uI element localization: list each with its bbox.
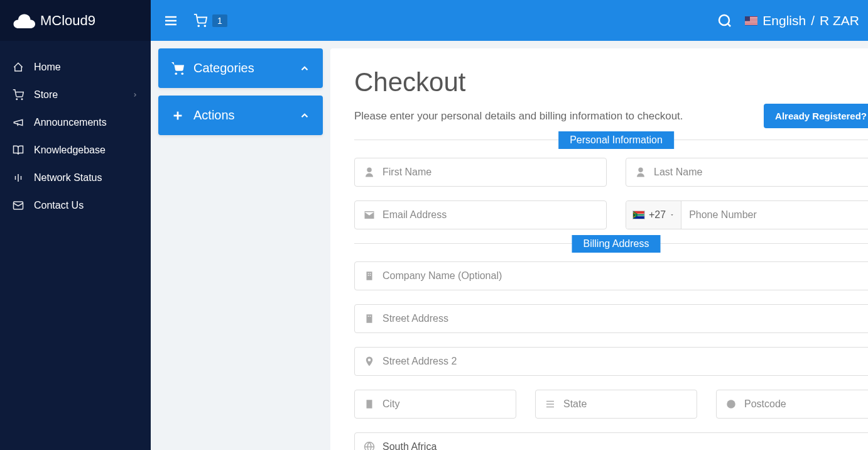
street1-field[interactable] — [354, 304, 868, 333]
pin-icon — [364, 356, 375, 367]
sidebar-item-label: Home — [34, 62, 61, 73]
badge-icon — [725, 398, 737, 410]
sidebar-item-label: Store — [34, 89, 58, 101]
already-registered-button[interactable]: Already Registered? — [764, 104, 868, 128]
svg-point-37 — [727, 400, 735, 409]
cart-count: 1 — [212, 14, 227, 27]
svg-rect-28 — [367, 272, 372, 280]
svg-rect-15 — [745, 22, 757, 23]
svg-rect-33 — [367, 314, 372, 323]
svg-rect-17 — [745, 16, 750, 21]
svg-point-19 — [175, 72, 177, 75]
building-icon — [364, 398, 375, 410]
postcode-field[interactable] — [716, 390, 868, 419]
personal-section-label: Personal Information — [558, 131, 674, 149]
user-icon — [364, 167, 375, 178]
cart-icon — [193, 14, 207, 28]
sidebar-item-label: Contact Us — [34, 200, 84, 211]
building-icon — [364, 313, 375, 324]
cart-button[interactable]: 1 — [193, 14, 227, 28]
svg-rect-27 — [633, 214, 644, 216]
sidebar-item-contact[interactable]: Contact Us — [0, 192, 151, 219]
last-name-field[interactable] — [626, 158, 868, 187]
sidebar-item-store[interactable]: Store — [0, 81, 151, 109]
billing-section-label: Billing Address — [572, 235, 661, 253]
page-title: Checkout — [354, 67, 868, 97]
search-icon[interactable] — [717, 13, 732, 28]
svg-point-20 — [182, 72, 184, 75]
page-description: Please enter your personal details and b… — [354, 110, 683, 123]
chevron-up-icon — [299, 63, 310, 74]
us-flag-icon — [745, 16, 757, 25]
chevron-right-icon — [132, 92, 138, 98]
map-icon — [545, 398, 556, 410]
mail-icon — [13, 200, 24, 211]
svg-rect-30 — [370, 273, 371, 275]
actions-panel[interactable]: Actions — [158, 96, 323, 135]
language-currency-selector[interactable]: English / R ZAR — [745, 13, 859, 28]
sidebar-item-label: Announcements — [34, 117, 107, 128]
home-icon — [13, 62, 24, 73]
svg-rect-31 — [368, 275, 369, 277]
network-icon — [13, 172, 24, 184]
svg-point-38 — [365, 442, 374, 451]
city-field[interactable] — [354, 390, 516, 419]
topbar: 1 English / R ZAR — [151, 0, 868, 41]
store-icon — [13, 89, 24, 101]
book-icon — [13, 145, 24, 156]
svg-point-7 — [204, 25, 205, 26]
svg-rect-29 — [368, 273, 369, 275]
sidebar-item-label: Knowledgebase — [34, 145, 106, 156]
globe-icon — [364, 441, 375, 450]
sidebar-item-announcements[interactable]: Announcements — [0, 109, 151, 136]
sidebar-item-label: Network Status — [34, 172, 102, 184]
mail-icon — [364, 209, 375, 221]
actions-label: Actions — [193, 108, 235, 123]
first-name-field[interactable] — [354, 158, 607, 187]
currency-label: R ZAR — [820, 13, 859, 28]
chevron-up-icon — [299, 110, 310, 121]
caret-down-icon — [670, 212, 675, 217]
categories-label: Categories — [193, 61, 254, 75]
state-field[interactable] — [535, 390, 697, 419]
megaphone-icon — [13, 117, 24, 128]
svg-point-1 — [21, 99, 23, 100]
svg-point-8 — [719, 15, 729, 25]
phone-field[interactable]: +27 — [626, 200, 868, 229]
svg-rect-34 — [368, 316, 369, 317]
brand-name: MCloud9 — [40, 13, 95, 29]
email-field[interactable] — [354, 200, 607, 229]
svg-point-6 — [198, 25, 199, 26]
svg-rect-36 — [367, 400, 372, 409]
country-field[interactable] — [354, 432, 868, 450]
language-label: English — [762, 13, 806, 28]
svg-line-9 — [728, 23, 730, 26]
svg-rect-16 — [745, 23, 757, 24]
za-flag-icon — [632, 211, 645, 219]
street2-field[interactable] — [354, 347, 868, 376]
company-field[interactable] — [354, 261, 868, 290]
logo[interactable]: MCloud9 — [0, 0, 151, 41]
building-icon — [364, 270, 375, 282]
phone-prefix: +27 — [649, 209, 666, 221]
sidebar-item-network-status[interactable]: Network Status — [0, 164, 151, 192]
svg-rect-14 — [745, 21, 757, 21]
categories-panel[interactable]: Categories — [158, 48, 323, 88]
sidebar-item-home[interactable]: Home — [0, 53, 151, 81]
svg-rect-32 — [370, 275, 371, 277]
sidebar: MCloud9 Home Store Announcements Knowled… — [0, 0, 151, 450]
svg-point-0 — [16, 99, 18, 100]
user-icon — [635, 167, 646, 178]
cloud-icon — [13, 13, 35, 28]
phone-country-selector[interactable]: +27 — [626, 201, 681, 229]
cart-icon — [171, 62, 185, 75]
sidebar-item-knowledgebase[interactable]: Knowledgebase — [0, 136, 151, 164]
svg-rect-35 — [370, 316, 371, 317]
plus-icon — [171, 109, 185, 123]
menu-icon[interactable] — [163, 13, 178, 28]
